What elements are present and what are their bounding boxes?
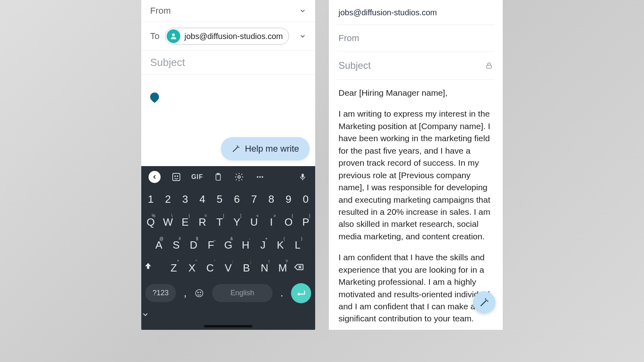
key-M[interactable]: M? <box>275 258 290 278</box>
key-C[interactable]: C' <box>202 258 217 278</box>
text-cursor-icon <box>148 90 161 103</box>
key-G[interactable]: G& <box>221 235 235 255</box>
soft-keyboard[interactable]: GIF 1234567890 Q%W\E|R=T[Y]U<I>O{P} A@S#… <box>141 166 315 330</box>
collapse-keyboard-icon[interactable] <box>141 309 315 321</box>
symbols-key[interactable]: ?123 <box>145 284 176 302</box>
key-7[interactable]: 7 <box>247 189 261 210</box>
wand-icon <box>231 144 240 153</box>
avatar-icon <box>167 29 180 43</box>
compose-body[interactable]: Help me write <box>141 75 315 166</box>
key-R[interactable]: R= <box>195 212 209 232</box>
wand-icon <box>479 297 489 308</box>
key-Z[interactable]: Z* <box>166 258 181 278</box>
lock-icon <box>485 62 493 70</box>
key-Y[interactable]: Y] <box>230 212 244 232</box>
key-D[interactable]: D$ <box>186 235 200 255</box>
key-N[interactable]: N! <box>257 258 272 278</box>
help-me-write-fab[interactable] <box>473 291 495 314</box>
key-3[interactable]: 3 <box>178 189 192 210</box>
key-V[interactable]: V: <box>221 258 235 278</box>
chevron-down-icon[interactable] <box>299 7 306 14</box>
key-row-numbers: 1234567890 <box>141 188 315 211</box>
key-8[interactable]: 8 <box>264 189 279 210</box>
key-9[interactable]: 9 <box>281 189 295 210</box>
key-row-2: Q%W\E|R=T[Y]U<I>O{P} <box>141 211 315 234</box>
key-J[interactable]: J+ <box>256 235 270 255</box>
svg-point-13 <box>196 290 203 297</box>
key-0[interactable]: 0 <box>299 189 313 210</box>
collapse-toolbar-icon[interactable] <box>149 171 161 183</box>
key-X[interactable]: X" <box>184 258 199 278</box>
help-me-write-label: Help me write <box>245 144 299 154</box>
from-field[interactable]: From <box>337 25 495 52</box>
svg-rect-1 <box>173 173 180 181</box>
recipient-email: jobs@diffusion-studios.com <box>184 32 283 41</box>
keyboard-toolbar: GIF <box>141 166 315 188</box>
comma-key[interactable]: , <box>179 283 191 303</box>
subject-placeholder: Subject <box>150 56 185 69</box>
key-4[interactable]: 4 <box>195 189 209 210</box>
to-label: To <box>150 31 159 41</box>
key-W[interactable]: W\ <box>161 212 175 232</box>
svg-point-2 <box>175 176 175 177</box>
svg-point-9 <box>262 176 263 178</box>
enter-key[interactable] <box>291 283 311 303</box>
key-S[interactable]: S# <box>169 235 183 255</box>
key-2[interactable]: 2 <box>161 189 175 210</box>
backspace-key[interactable] <box>293 258 313 278</box>
svg-point-7 <box>257 176 258 178</box>
to-email[interactable]: jobs@diffusion-studios.com <box>337 0 495 25</box>
key-6[interactable]: 6 <box>230 189 244 210</box>
mic-icon[interactable] <box>297 172 308 182</box>
gear-icon[interactable] <box>234 172 244 182</box>
svg-point-6 <box>238 176 240 178</box>
help-me-write-button[interactable]: Help me write <box>221 137 310 160</box>
svg-point-3 <box>177 176 178 177</box>
key-row-4: Z*X"C'V:B;N!M? <box>141 257 315 280</box>
subject-placeholder: Subject <box>339 60 371 71</box>
svg-point-15 <box>200 292 201 293</box>
compose-phone-left: From To jobs@diffusion-studios.com Subje… <box>141 0 315 330</box>
key-U[interactable]: U< <box>247 212 261 232</box>
key-T[interactable]: T[ <box>213 212 227 232</box>
chevron-down-icon[interactable] <box>299 33 306 40</box>
svg-rect-10 <box>301 174 304 178</box>
subject-row[interactable]: Subject <box>337 52 495 80</box>
body-paragraph: I am confident that I have the skills an… <box>339 251 493 325</box>
key-H[interactable]: H- <box>239 235 253 255</box>
key-Q[interactable]: Q% <box>144 212 158 232</box>
key-I[interactable]: I> <box>264 212 279 232</box>
svg-point-8 <box>259 176 261 178</box>
emoji-key[interactable] <box>194 284 209 302</box>
shift-key[interactable] <box>144 258 163 278</box>
svg-rect-16 <box>487 65 491 68</box>
gif-icon[interactable]: GIF <box>192 172 202 182</box>
from-row[interactable]: From <box>141 0 315 22</box>
space-key[interactable]: English <box>212 284 272 302</box>
key-P[interactable]: P} <box>299 212 313 232</box>
key-F[interactable]: F_ <box>204 235 218 255</box>
home-indicator[interactable] <box>204 325 252 327</box>
key-B[interactable]: B; <box>239 258 254 278</box>
more-icon[interactable] <box>255 172 265 182</box>
key-5[interactable]: 5 <box>213 189 227 210</box>
subject-row[interactable]: Subject <box>141 51 315 75</box>
key-1[interactable]: 1 <box>144 189 158 210</box>
key-L[interactable]: L) <box>291 235 305 255</box>
from-label: From <box>150 6 171 16</box>
key-A[interactable]: A@ <box>152 235 166 255</box>
key-E[interactable]: E| <box>178 212 192 232</box>
svg-point-0 <box>172 33 175 36</box>
recipient-chip[interactable]: jobs@diffusion-studios.com <box>165 28 289 45</box>
period-key[interactable]: . <box>276 283 288 303</box>
key-K[interactable]: K( <box>273 235 287 255</box>
svg-point-14 <box>198 292 198 293</box>
key-row-bottom: ?123 , English . <box>141 280 315 309</box>
to-row[interactable]: To jobs@diffusion-studios.com <box>141 22 315 51</box>
email-body[interactable]: Dear [Hiring Manager name], I am writing… <box>337 80 495 330</box>
sticker-icon[interactable] <box>171 172 182 182</box>
compose-phone-right: jobs@diffusion-studios.com From Subject … <box>329 0 503 330</box>
key-O[interactable]: O{ <box>281 212 295 232</box>
clipboard-icon[interactable] <box>213 172 223 182</box>
key-row-3: A@S#D$F_G&H-J+K(L) <box>141 234 315 257</box>
